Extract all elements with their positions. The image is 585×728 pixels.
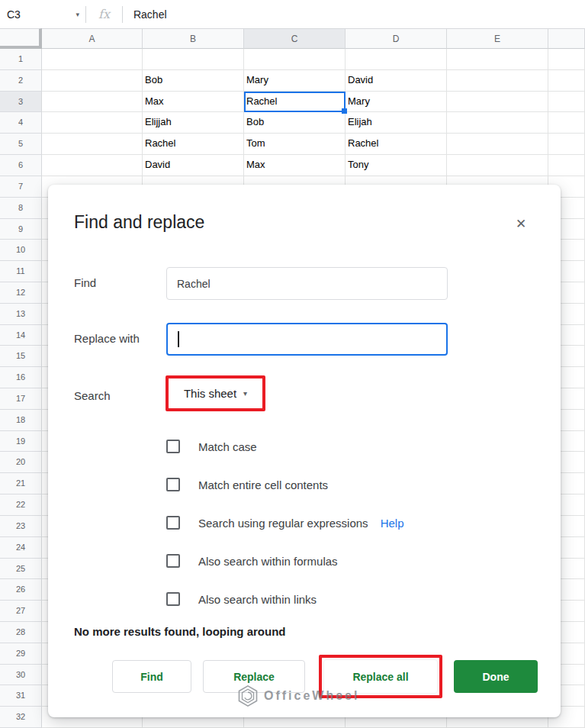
search-scope-dropdown[interactable]: This sheet ▾: [184, 387, 247, 400]
cell-A5[interactable]: [42, 134, 143, 155]
row-header-19[interactable]: 19: [0, 431, 42, 453]
row-header-2[interactable]: 2: [0, 70, 42, 92]
cell-E2[interactable]: [447, 70, 548, 92]
row-header-24[interactable]: 24: [0, 537, 42, 559]
column-header-A[interactable]: A: [42, 28, 143, 49]
cell-C1[interactable]: [244, 49, 346, 70]
checkbox-label: Match case: [198, 440, 257, 453]
row-header-8[interactable]: 8: [0, 198, 42, 219]
cell-C5[interactable]: Tom: [244, 134, 346, 155]
cell-E5[interactable]: [447, 134, 548, 155]
cell-F3[interactable]: [548, 92, 585, 113]
cell-C6[interactable]: Max: [244, 155, 346, 176]
cell-D5[interactable]: Rachel: [346, 134, 447, 155]
cell-D6[interactable]: Tony: [346, 155, 447, 176]
column-header-C[interactable]: C: [244, 28, 346, 49]
cell-D1[interactable]: [346, 49, 447, 70]
row-header-21[interactable]: 21: [0, 473, 42, 494]
name-box[interactable]: C3 ▾: [0, 0, 85, 28]
cell-C4[interactable]: Bob: [244, 112, 346, 134]
cell-D2[interactable]: David: [346, 70, 447, 92]
column-header-B[interactable]: B: [143, 28, 244, 49]
checkbox-match-entire-cell-contents[interactable]: [166, 478, 180, 491]
replace-input[interactable]: [166, 323, 448, 356]
row-header-3[interactable]: 3: [0, 92, 42, 113]
help-link[interactable]: Help: [381, 517, 404, 530]
sheet-row-2: 2BobMaryDavid: [0, 70, 585, 92]
column-header-D[interactable]: D: [346, 28, 447, 49]
row-header-9[interactable]: 9: [0, 219, 42, 240]
done-button[interactable]: Done: [454, 660, 538, 693]
sheet-row-6: 6DavidMaxTony: [0, 155, 585, 176]
row-header-28[interactable]: 28: [0, 622, 42, 643]
cell-A6[interactable]: [42, 155, 143, 176]
formula-bar-value[interactable]: Rachel: [123, 8, 167, 21]
name-box-dropdown-icon[interactable]: ▾: [76, 11, 79, 18]
row-header-30[interactable]: 30: [0, 665, 42, 686]
row-header-25[interactable]: 25: [0, 559, 42, 580]
row-header-32[interactable]: 32: [0, 707, 42, 728]
row-header-13[interactable]: 13: [0, 304, 42, 325]
cell-B3[interactable]: Max: [143, 92, 244, 113]
checkbox-search-using-regular-expressions[interactable]: [166, 516, 180, 530]
row-header-14[interactable]: 14: [0, 325, 42, 346]
cell-B4[interactable]: Elijjah: [143, 112, 244, 134]
cell-D4[interactable]: Elijah: [346, 112, 447, 134]
row-header-22[interactable]: 22: [0, 494, 42, 516]
cell-A1[interactable]: [42, 49, 143, 70]
annotation-box-search: This sheet ▾: [166, 375, 265, 411]
row-header-7[interactable]: 7: [0, 176, 42, 198]
row-header-6[interactable]: 6: [0, 155, 42, 176]
row-header-4[interactable]: 4: [0, 112, 42, 134]
row-header-26[interactable]: 26: [0, 579, 42, 601]
row-header-27[interactable]: 27: [0, 601, 42, 622]
checkbox-row: Match entire cell contents: [166, 475, 328, 494]
row-header-5[interactable]: 5: [0, 134, 42, 155]
cell-F6[interactable]: [548, 155, 585, 176]
close-icon[interactable]: ✕: [511, 214, 531, 234]
row-header-12[interactable]: 12: [0, 282, 42, 304]
row-header-18[interactable]: 18: [0, 410, 42, 431]
cell-F5[interactable]: [548, 134, 585, 155]
cell-B5[interactable]: Rachel: [143, 134, 244, 155]
column-header-E[interactable]: E: [447, 28, 548, 49]
checkbox-also-search-within-formulas[interactable]: [166, 554, 180, 568]
row-header-15[interactable]: 15: [0, 346, 42, 367]
find-input[interactable]: Rachel: [166, 267, 448, 300]
cell-B1[interactable]: [143, 49, 244, 70]
select-all-corner[interactable]: [0, 28, 42, 49]
checkbox-match-case[interactable]: [166, 440, 180, 453]
checkbox-also-search-within-links[interactable]: [166, 592, 180, 606]
cell-A3[interactable]: [42, 92, 143, 113]
row-header-1[interactable]: 1: [0, 49, 42, 70]
row-header-11[interactable]: 11: [0, 261, 42, 282]
row-header-29[interactable]: 29: [0, 643, 42, 665]
cell-A2[interactable]: [42, 70, 143, 92]
cell-E6[interactable]: [447, 155, 548, 176]
row-header-31[interactable]: 31: [0, 685, 42, 707]
cell-A4[interactable]: [42, 112, 143, 134]
cell-B2[interactable]: Bob: [143, 70, 244, 92]
row-header-17[interactable]: 17: [0, 388, 42, 410]
find-label: Find: [74, 276, 96, 289]
cell-E4[interactable]: [447, 112, 548, 134]
watermark-text: OfficeWheel: [264, 689, 359, 703]
fill-handle[interactable]: [342, 108, 347, 114]
watermark: OfficeWheel: [236, 685, 359, 707]
row-header-23[interactable]: 23: [0, 516, 42, 537]
column-header[interactable]: [548, 28, 585, 49]
find-button[interactable]: Find: [112, 660, 191, 693]
row-header-10[interactable]: 10: [0, 240, 42, 261]
cell-C2[interactable]: Mary: [244, 70, 346, 92]
cell-D3[interactable]: Mary: [346, 92, 447, 113]
row-header-20[interactable]: 20: [0, 452, 42, 473]
cell-E3[interactable]: [447, 92, 548, 113]
row-header-16[interactable]: 16: [0, 367, 42, 388]
cell-F1[interactable]: [548, 49, 585, 70]
cell-F4[interactable]: [548, 112, 585, 134]
cell-F2[interactable]: [548, 70, 585, 92]
cell-B6[interactable]: David: [143, 155, 244, 176]
formula-toolbar: C3 ▾ fx Rachel: [0, 0, 585, 28]
sheet-row-5: 5RachelTomRachel: [0, 134, 585, 155]
cell-E1[interactable]: [447, 49, 548, 70]
